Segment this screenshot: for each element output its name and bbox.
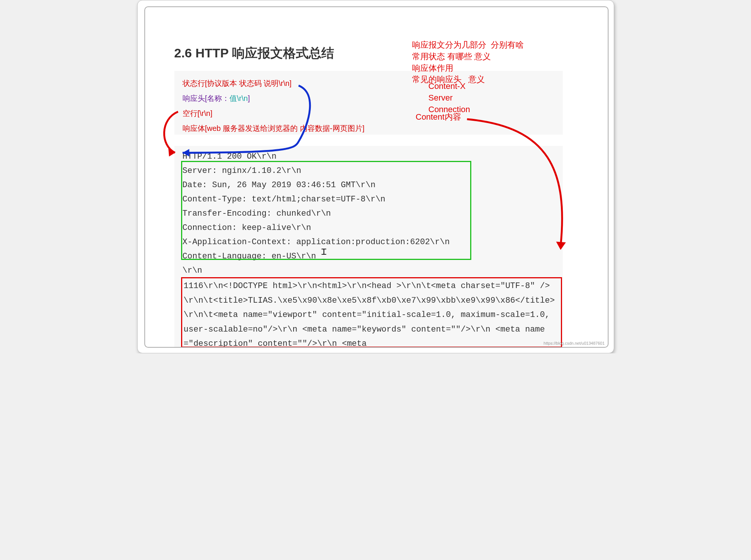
format-line-status: 状态行[协议版本 状态码 说明\r\n] bbox=[183, 78, 292, 89]
format-line-header: 响应头[名称：值\r\n] bbox=[183, 93, 250, 104]
format-line-blank: 空行[\r\n] bbox=[183, 108, 213, 119]
format-line-header-b: 值\r\n bbox=[229, 94, 248, 102]
text-cursor-icon: Ꮖ bbox=[321, 247, 327, 257]
annotation-content: Content内容 bbox=[416, 111, 461, 123]
format-line-body: 响应体[web 服务器发送给浏览器的 内容数据-网页图片] bbox=[183, 123, 365, 134]
slide-inner: 2.6 HTTP 响应报文格式总结 状态行[协议版本 状态码 说明\r\n] 响… bbox=[144, 6, 609, 348]
headers-highlight-box bbox=[181, 161, 471, 260]
body-highlight-box: 1116\r\n<!DOCTYPE html>\r\n<html>\r\n<he… bbox=[181, 277, 562, 348]
slide-frame: 2.6 HTTP 响应报文格式总结 状态行[协议版本 状态码 说明\r\n] 响… bbox=[137, 0, 614, 353]
format-line-header-c: ] bbox=[248, 94, 250, 102]
annotation-questions: 响应报文分为几部分 分别有啥 常用状态 有哪些 意义 响应体作用 常见的响应头 … bbox=[412, 39, 524, 86]
code-blank-line: \r\n bbox=[183, 264, 202, 278]
watermark-text: https://blog.csdn.net/u013487601 bbox=[544, 341, 605, 345]
page-title: 2.6 HTTP 响应报文格式总结 bbox=[174, 45, 334, 62]
format-line-header-a: 响应头[名称： bbox=[183, 94, 230, 102]
code-body-content: 1116\r\n<!DOCTYPE html>\r\n<html>\r\n<he… bbox=[184, 281, 555, 348]
annotation-header-names: Content-X Server Connection bbox=[429, 81, 470, 115]
